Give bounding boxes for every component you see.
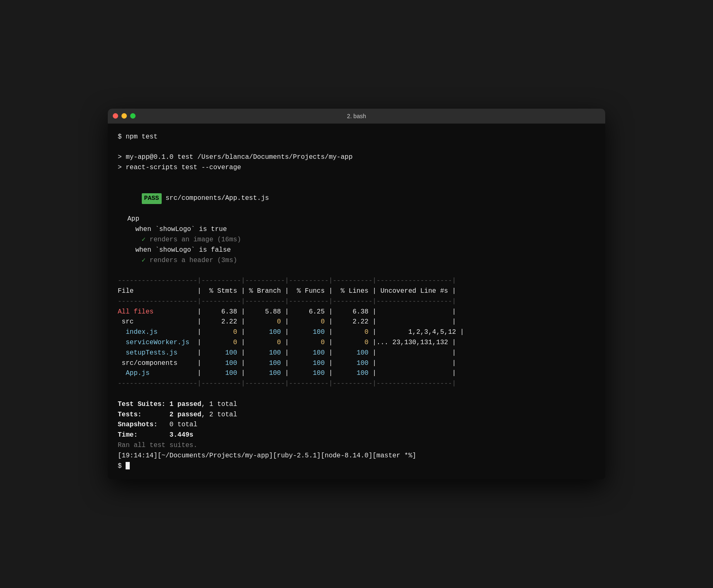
snapshots-summary: Snapshots: 0 total bbox=[118, 420, 595, 430]
row-setup-tests: setupTests.js | 100 | 100 | 100 | 100 | … bbox=[118, 348, 595, 358]
terminal-output[interactable]: $ npm test > my-app@0.1.0 test /Users/bl… bbox=[108, 124, 605, 480]
run-line-2: > react-scripts test --coverage bbox=[118, 163, 595, 173]
blank-line-3 bbox=[118, 265, 595, 276]
test-when-true: when `showLogo` is true bbox=[118, 224, 595, 235]
divider-1: --------------------|----------|--------… bbox=[118, 276, 595, 286]
pass-badge: PASS bbox=[142, 193, 162, 204]
row-service-worker: serviceWorker.js | 0 | 0 | 0 | 0 |... 23… bbox=[118, 338, 595, 348]
traffic-lights bbox=[113, 113, 136, 119]
row-index-js: index.js | 0 | 100 | 100 | 0 | 1,2,3,4,5… bbox=[118, 327, 595, 338]
close-button[interactable] bbox=[113, 113, 118, 119]
pass-line: PASS src/components/App.test.js bbox=[118, 183, 595, 214]
row-src: src | 2.22 | 0 | 0 | 2.22 | | bbox=[118, 317, 595, 327]
footer-line: [19:14:14][~/Documents/Projects/my-app][… bbox=[118, 451, 595, 461]
divider-2: --------------------|----------|--------… bbox=[118, 296, 595, 307]
test-render-header: ✓ renders a header (3ms) bbox=[118, 255, 595, 266]
window-title: 2. bash bbox=[347, 113, 366, 119]
minimize-button[interactable] bbox=[121, 113, 127, 119]
test-app-label: App bbox=[118, 214, 595, 224]
row-app-js: App.js | 100 | 100 | 100 | 100 | | bbox=[118, 368, 595, 379]
final-prompt: $ bbox=[118, 461, 595, 471]
run-line-1: > my-app@0.1.0 test /Users/blanca/Docume… bbox=[118, 152, 595, 163]
test-file-path: src/components/App.test.js bbox=[162, 194, 269, 202]
test-when-false: when `showLogo` is false bbox=[118, 245, 595, 255]
blank-line-1 bbox=[118, 142, 595, 152]
time-summary: Time: 3.449s bbox=[118, 430, 595, 440]
ran-all-text: Ran all test suites. bbox=[118, 440, 595, 451]
table-header: File | % Stmts | % Branch | % Funcs | % … bbox=[118, 286, 595, 296]
tests-summary: Tests: 2 passed, 2 total bbox=[118, 410, 595, 420]
blank-line-4 bbox=[118, 389, 595, 399]
test-suites-summary: Test Suites: 1 passed, 1 total bbox=[118, 399, 595, 410]
terminal-window: 2. bash $ npm test > my-app@0.1.0 test /… bbox=[108, 109, 605, 480]
titlebar: 2. bash bbox=[108, 109, 605, 124]
divider-3: --------------------|----------|--------… bbox=[118, 379, 595, 389]
test-render-image: ✓ renders an image (16ms) bbox=[118, 235, 595, 245]
cursor bbox=[126, 462, 130, 469]
blank-line-2 bbox=[118, 173, 595, 183]
command-line: $ npm test bbox=[118, 132, 595, 142]
row-all-files: All files | 6.38 | 5.88 | 6.25 | 6.38 | … bbox=[118, 307, 595, 317]
maximize-button[interactable] bbox=[130, 113, 136, 119]
row-src-components: src/components | 100 | 100 | 100 | 100 |… bbox=[118, 358, 595, 369]
